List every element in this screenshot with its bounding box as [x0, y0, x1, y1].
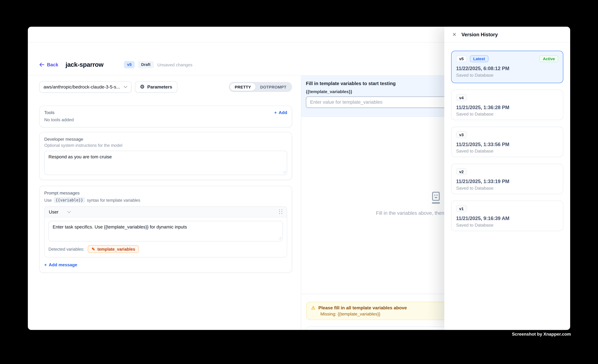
plus-icon: + [274, 110, 277, 115]
version-card-v4[interactable]: v4 11/21/2025, 1:36:28 PM Saved to Datab… [451, 90, 563, 120]
pencil-icon: ✎ [91, 247, 95, 251]
format-dotprompt-tab[interactable]: DOTPROMPT [256, 83, 291, 91]
developer-message-textarea[interactable]: Respond as you are tom cruise [44, 151, 287, 175]
detected-variables-label: Detected variables: [48, 247, 84, 251]
version-saved-label: Saved to Database [456, 223, 558, 227]
version-saved-label: Saved to Database [456, 149, 558, 153]
prompt-messages-title: Prompt messages [44, 191, 287, 195]
plus-icon: + [44, 263, 47, 267]
format-pretty-tab[interactable]: PRETTY [230, 83, 256, 91]
version-saved-label: Saved to Database [456, 73, 558, 77]
variable-code-chip: {{variable}} [54, 197, 85, 203]
version-list: v5 Latest Active 11/22/2025, 6:08:12 PM … [444, 43, 570, 239]
developer-message-title: Developer message [44, 137, 287, 141]
version-saved-label: Saved to Database [456, 186, 558, 190]
model-select[interactable]: aws/anthropic/bedrock-claude-3-5-s... [39, 81, 132, 93]
prompt-editor-pane: aws/anthropic/bedrock-claude-3-5-s... ⚙ … [28, 75, 301, 330]
template-variable-badge[interactable]: ✎ template_variables [88, 245, 139, 253]
developer-message-card: Developer message Optional system instru… [39, 132, 292, 180]
version-badge: v5 [124, 61, 135, 68]
version-chip: v1 [456, 205, 467, 212]
version-chip: v5 [456, 55, 467, 62]
draft-badge: Draft [138, 61, 154, 68]
version-card-v5[interactable]: v5 Latest Active 11/22/2025, 6:08:12 PM … [451, 51, 563, 83]
version-timestamp: 11/21/2025, 1:33:19 PM [456, 178, 558, 184]
gear-icon: ⚙ [140, 84, 145, 90]
tools-title: Tools [44, 110, 55, 115]
message-role-value: User [49, 209, 58, 215]
version-chip: v2 [456, 168, 467, 175]
add-tool-button[interactable]: +Add [274, 110, 287, 115]
version-timestamp: 11/21/2025, 9:16:39 AM [456, 215, 558, 221]
close-icon[interactable]: ✕ [452, 32, 457, 37]
back-button[interactable]: Back [39, 62, 58, 67]
version-card-v2[interactable]: v2 11/21/2025, 1:33:19 PM Saved to Datab… [451, 164, 563, 194]
drag-handle-icon[interactable] [279, 209, 282, 214]
version-timestamp: 11/21/2025, 1:33:56 PM [456, 141, 558, 147]
message-textarea[interactable]: Enter task specifics. Use {{template_var… [48, 221, 283, 241]
parameters-label: Parameters [147, 84, 172, 90]
bot-icon [430, 191, 441, 204]
add-message-button[interactable]: + Add message [44, 263, 287, 267]
message-role-select[interactable]: User [49, 209, 71, 215]
unsaved-changes-label: Unsaved changes [157, 62, 192, 67]
version-timestamp: 11/21/2025, 1:36:28 PM [456, 105, 558, 110]
model-select-value: aws/anthropic/bedrock-claude-3-5-s... [43, 84, 120, 90]
version-saved-label: Saved to Database [456, 112, 558, 116]
screenshot-stage: Back jack-sparrow v5 Draft Unsaved chang… [0, 0, 598, 364]
detected-variables-row: Detected variables: ✎ template_variables [45, 241, 287, 257]
page-title: jack-sparrow [66, 61, 103, 68]
model-toolbar: aws/anthropic/bedrock-claude-3-5-s... ⚙ … [39, 81, 292, 93]
version-card-v1[interactable]: v1 11/21/2025, 9:16:39 AM Saved to Datab… [451, 201, 563, 231]
warning-icon: ⚠ [311, 306, 315, 310]
chevron-down-icon [67, 211, 71, 213]
version-chip: v3 [456, 131, 467, 138]
tools-card: Tools +Add No tools added [39, 106, 292, 127]
message-header: User [45, 207, 287, 217]
drawer-title: Version History [461, 32, 498, 37]
back-arrow-icon [39, 63, 44, 67]
latest-badge: Latest [470, 55, 488, 62]
version-card-v3[interactable]: v3 11/21/2025, 1:33:56 PM Saved to Datab… [451, 127, 563, 157]
version-timestamp: 11/22/2025, 6:08:12 PM [456, 66, 558, 71]
parameters-button[interactable]: ⚙ Parameters [135, 81, 177, 93]
tools-empty-label: No tools added [44, 117, 287, 122]
prompt-messages-card: Prompt messages Use {{variable}} syntax … [39, 186, 292, 273]
message-block: User Enter task specifics. Use {{templat… [44, 206, 287, 257]
app-window: Back jack-sparrow v5 Draft Unsaved chang… [28, 27, 570, 330]
chevron-down-icon [124, 86, 127, 88]
developer-message-subtitle: Optional system instructions for the mod… [44, 143, 287, 148]
version-history-drawer: ✕ Version History v5 Latest Active 11/22… [444, 27, 570, 330]
watermark: Screenshot by Xnapper.com [512, 332, 571, 336]
active-badge: Active [540, 55, 558, 62]
drawer-header: ✕ Version History [444, 27, 570, 43]
format-toggle: PRETTY DOTPROMPT [229, 82, 292, 92]
template-syntax-hint: Use {{variable}} syntax for template var… [44, 197, 287, 203]
warning-title: Please fill in all template variables ab… [318, 305, 407, 310]
back-label: Back [47, 62, 58, 67]
version-chip: v4 [456, 94, 467, 101]
